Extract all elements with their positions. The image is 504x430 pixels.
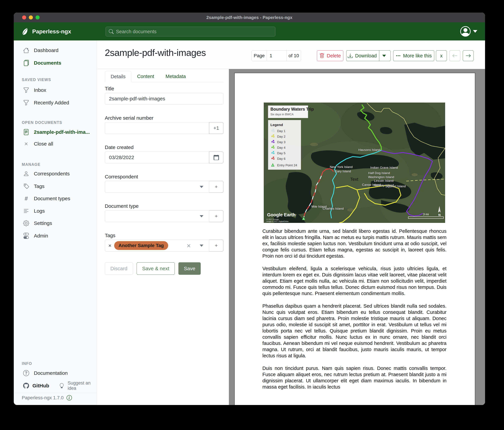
document-type-label: Document type <box>105 203 223 209</box>
correspondent-label: Correspondent <box>105 174 223 180</box>
add-correspondent-button[interactable]: + <box>209 181 223 193</box>
window-controls <box>22 15 40 19</box>
save-button[interactable]: Save <box>178 262 200 275</box>
svg-text:Gary Island: Gary Island <box>335 169 351 173</box>
page-number-input[interactable] <box>267 53 287 58</box>
legend-title: Legend <box>270 123 283 127</box>
sidebar-item-label: Inbox <box>34 87 46 93</box>
window-title: 2sample-pdf-with-images - Paperless-ngx <box>207 15 292 20</box>
three-dots-icon <box>396 53 401 58</box>
sidebar-item-admin[interactable]: Admin <box>14 231 97 241</box>
download-button[interactable]: Download <box>346 50 391 61</box>
sidebar-item-close-all[interactable]: Close all <box>14 139 97 149</box>
asn-field-label: Archive serial number <box>105 115 223 121</box>
download-button-label: Download <box>355 53 377 59</box>
version-label: Paperless-ngx 1.7.0 <box>22 395 63 401</box>
caret-down-icon <box>200 244 203 247</box>
next-document-button[interactable] <box>463 50 474 61</box>
add-tag-button[interactable]: + <box>209 240 223 252</box>
form-actions: Discard Save & next Save <box>105 262 223 275</box>
close-window-button[interactable] <box>22 15 26 19</box>
svg-text:Washington Island: Washington Island <box>368 175 394 179</box>
sidebar-item-settings[interactable]: Settings <box>14 218 97 228</box>
clear-tags-icon[interactable]: ✕ <box>186 243 191 249</box>
sidebar-item-label: Documents <box>34 60 61 66</box>
search-bar[interactable] <box>106 27 275 37</box>
search-input[interactable] <box>116 29 272 34</box>
close-document-button[interactable]: x <box>436 50 447 61</box>
previous-document-button[interactable] <box>449 50 460 61</box>
zoom-window-button[interactable] <box>36 15 40 19</box>
svg-text:Charlies Island: Charlies Island <box>323 207 344 210</box>
sidebar-item-correspondents[interactable]: Correspondents <box>14 168 97 179</box>
correspondent-select[interactable] <box>105 181 209 193</box>
info-header: INFO <box>14 360 97 366</box>
caret-down-icon <box>382 55 386 57</box>
tab-metadata[interactable]: Metadata <box>160 71 191 82</box>
date-created-input[interactable] <box>105 151 209 163</box>
legend-label: Day 3 <box>277 140 286 144</box>
pdf-page: Boundary Waters Trip Six days in BWCA Le… <box>234 73 475 405</box>
document-type-select[interactable] <box>105 210 209 222</box>
sidebar-item-open-document[interactable]: 2sample-pdf-with-ima... <box>14 127 97 137</box>
compass-n-label: N <box>438 213 441 217</box>
funnel-icon <box>23 87 29 93</box>
github-icon[interactable] <box>23 382 29 389</box>
text-lines-icon <box>23 208 29 214</box>
download-options-button[interactable] <box>379 50 389 61</box>
minimize-window-button[interactable] <box>29 15 33 19</box>
remove-tag-icon[interactable]: × <box>108 243 111 248</box>
sidebar-item-document-types[interactable]: Document types <box>14 193 97 204</box>
toggles-icon <box>23 233 29 239</box>
close-x-label: x <box>440 53 443 59</box>
svg-text:New York Island: New York Island <box>330 165 353 169</box>
tags-select[interactable]: × Another Sample Tag ✕ <box>105 240 209 252</box>
asn-input[interactable] <box>105 122 209 134</box>
info-icon[interactable] <box>67 395 72 401</box>
github-link[interactable]: GitHub <box>32 383 49 389</box>
tab-details[interactable]: Details <box>105 71 131 82</box>
sidebar-item-label: Admin <box>34 233 48 239</box>
date-created-label: Date created <box>105 144 223 150</box>
search-icon <box>109 29 114 34</box>
discard-button[interactable]: Discard <box>105 262 133 275</box>
suggest-idea-link[interactable]: Suggest an idea <box>68 381 97 391</box>
add-document-type-button[interactable]: + <box>209 210 223 222</box>
main-content: 2sample-pdf-with-images Page of 10 Delet… <box>97 40 485 405</box>
arrow-left-icon <box>452 53 458 58</box>
pdf-preview-pane[interactable]: Boundary Waters Trip Six days in BWCA Le… <box>229 69 485 405</box>
manage-header: MANAGE <box>14 161 97 167</box>
sidebar-item-inbox[interactable]: Inbox <box>14 85 97 95</box>
map-title: Boundary Waters Trip <box>270 107 314 112</box>
user-account-menu[interactable] <box>460 22 477 40</box>
sidebar-item-tags[interactable]: Tags <box>14 181 97 191</box>
sidebar-item-logs[interactable]: Logs <box>14 206 97 216</box>
hash-icon <box>23 196 29 202</box>
open-documents-header: OPEN DOCUMENTS <box>14 119 97 125</box>
file-text-icon <box>23 129 29 135</box>
delete-button[interactable]: Delete <box>317 50 343 61</box>
legend-label: Entry Point 24 <box>277 163 297 167</box>
download-icon <box>348 53 353 58</box>
svg-text:Lincoln Island: Lincoln Island <box>374 179 394 182</box>
save-and-next-button[interactable]: Save & next <box>137 262 175 275</box>
map-text-annotation: Text <box>350 177 358 182</box>
sidebar-item-dashboard[interactable]: Dashboard <box>14 45 97 56</box>
sidebar-item-documents[interactable]: Documents <box>14 58 97 68</box>
svg-text:Indian Grave Island: Indian Grave Island <box>370 166 398 169</box>
title-input[interactable] <box>105 93 223 104</box>
brand[interactable]: Paperless-ngx <box>21 22 71 40</box>
asn-increment-button[interactable]: +1 <box>209 122 223 134</box>
paperless-leaf-icon <box>21 28 29 35</box>
sidebar-item-documentation[interactable]: Documentation <box>14 368 97 378</box>
details-pane: Details Content Metadata Title Archive s… <box>105 69 223 275</box>
tag-chip[interactable]: Another Sample Tag <box>114 241 168 250</box>
sidebar-item-recently-added[interactable]: Recently Added <box>14 97 97 108</box>
page-count-label: of 10 <box>287 50 301 61</box>
more-like-this-button[interactable]: More like this <box>393 50 434 61</box>
map-copyright2: Image © 2017 DigitalGlobe <box>266 220 288 222</box>
date-picker-button[interactable] <box>209 151 223 163</box>
caret-down-icon <box>200 215 203 217</box>
tab-content[interactable]: Content <box>131 71 160 82</box>
page-title: 2sample-pdf-with-images <box>105 47 206 58</box>
